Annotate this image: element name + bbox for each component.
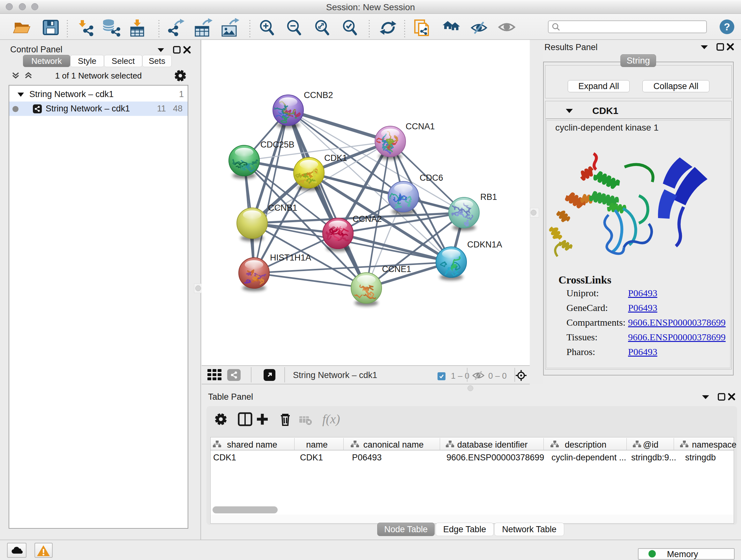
svg-text:CCNB2: CCNB2 (304, 90, 333, 100)
svg-text:RB1: RB1 (480, 192, 497, 202)
svg-text:CCNE1: CCNE1 (382, 264, 411, 274)
svg-text:CDC6: CDC6 (420, 173, 443, 183)
svg-text:f(x): f(x) (322, 412, 340, 426)
svg-text:CDKN1A: CDKN1A (467, 240, 502, 249)
svg-text:CDK1: CDK1 (324, 153, 347, 163)
svg-text:CDC25B: CDC25B (260, 140, 294, 149)
svg-text:HIST1H1A: HIST1H1A (270, 253, 311, 262)
svg-text:CCNB1: CCNB1 (268, 203, 297, 212)
svg-text:CCNA1: CCNA1 (406, 122, 435, 131)
svg-text:CCNA2: CCNA2 (353, 214, 382, 224)
